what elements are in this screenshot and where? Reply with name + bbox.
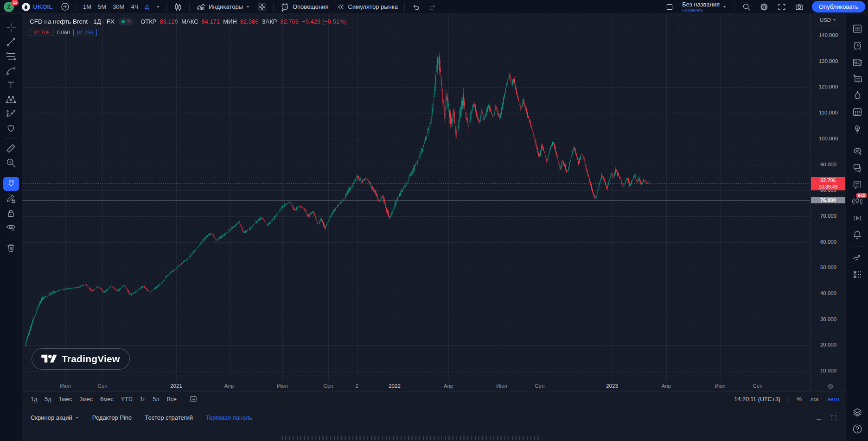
- gear-icon: [760, 2, 769, 12]
- currency-selector[interactable]: USD ▼: [811, 14, 846, 26]
- open-label: ОТКР: [140, 18, 156, 25]
- timeframe-4h[interactable]: 4Ч: [128, 1, 141, 13]
- range-3m[interactable]: 3мес: [76, 395, 96, 404]
- fullscreen-button[interactable]: [774, 1, 790, 13]
- price-axis-label: 130.000: [811, 58, 846, 64]
- axis-controls: 14:20:11 (UTC+3) % лог авто: [734, 395, 841, 403]
- symbol-button[interactable]: UKOIL: [19, 1, 56, 13]
- trading-arrows-icon[interactable]: [849, 249, 866, 266]
- brush-icon[interactable]: [3, 63, 19, 78]
- crosshair-icon[interactable]: [3, 20, 19, 35]
- timeframe-1d-active[interactable]: Д: [142, 1, 152, 13]
- redo-button[interactable]: [425, 1, 440, 13]
- replay-button[interactable]: Симулятор рынка: [333, 1, 401, 13]
- chart-style-button[interactable]: [170, 1, 186, 13]
- panel-minimize-icon[interactable]: [815, 414, 823, 422]
- divider: [5, 173, 17, 173]
- layout-templates-button[interactable]: [254, 1, 270, 13]
- time-axis[interactable]: ИюлСен2021АпрИюлСен22022АпрИюлСен2023Апр…: [22, 381, 846, 391]
- chat-icon[interactable]: [849, 160, 866, 176]
- tab-strategy-tester[interactable]: Тестер стратегий: [145, 414, 193, 421]
- timeframe-menu-button[interactable]: ▼: [153, 1, 163, 13]
- currency-label: USD: [820, 17, 831, 23]
- time-axis-label: Апр: [224, 383, 234, 389]
- bid-price-button[interactable]: 82.706: [30, 29, 53, 36]
- layout-name-button[interactable]: Без названия Сохранить ▼: [679, 1, 730, 13]
- tab-stock-screener[interactable]: Скринер акций ▼: [31, 414, 79, 421]
- indicators-button[interactable]: Индикаторы ▼: [193, 1, 253, 13]
- timeframe-1m[interactable]: 1M: [80, 1, 94, 13]
- watchlist-icon[interactable]: [849, 20, 866, 37]
- auto-scale-button[interactable]: авто: [825, 395, 841, 403]
- zoom-in-icon[interactable]: [3, 156, 19, 170]
- calendar-icon[interactable]: [849, 104, 866, 120]
- log-scale-button[interactable]: лог: [808, 395, 821, 403]
- notes-icon[interactable]: [849, 70, 866, 87]
- live-icon[interactable]: [849, 210, 866, 227]
- range-1d[interactable]: 1д: [27, 395, 41, 404]
- measure-ruler-icon[interactable]: [3, 141, 19, 156]
- trend-line-icon[interactable]: [3, 35, 19, 49]
- range-6m[interactable]: 6мес: [96, 395, 117, 404]
- approx-icon: ≈: [127, 19, 130, 24]
- save-link[interactable]: Сохранить: [682, 8, 703, 13]
- private-messages-icon[interactable]: [849, 176, 866, 193]
- undo-button[interactable]: [408, 1, 424, 13]
- streams-icon[interactable]: 642: [849, 193, 866, 210]
- xabcd-pattern-icon[interactable]: [3, 92, 19, 107]
- forecast-icon[interactable]: [3, 107, 19, 121]
- axis-settings-gear-icon[interactable]: [827, 383, 834, 391]
- range-5d[interactable]: 5д: [41, 395, 55, 404]
- symbol-description[interactable]: CFD на нефть Brent · 1Д · FX: [30, 18, 115, 25]
- object-tree-layers-icon[interactable]: [849, 404, 866, 421]
- drawing-mode-lock-icon[interactable]: [3, 192, 19, 206]
- chevron-down-icon: ▼: [156, 5, 160, 9]
- candlestick-chart[interactable]: [22, 14, 810, 381]
- divider: [183, 395, 183, 403]
- tab-trading-panel[interactable]: Торговая панель: [206, 414, 252, 421]
- hide-drawings-icon[interactable]: [3, 220, 19, 235]
- alerts-panel-icon[interactable]: [849, 37, 866, 54]
- divider: [77, 3, 77, 11]
- chart-pane[interactable]: CFD на нефть Brent · 1Д · FX ≈ ОТКР83.12…: [22, 14, 810, 381]
- publish-button[interactable]: Опубликовать: [812, 1, 865, 13]
- timeframe-5m[interactable]: 5M: [95, 1, 109, 13]
- quick-search-button[interactable]: [739, 1, 754, 13]
- news-icon[interactable]: [849, 54, 866, 70]
- remove-drawings-icon[interactable]: [3, 241, 19, 255]
- range-1m[interactable]: 1мес: [55, 395, 76, 404]
- divider: [787, 395, 788, 403]
- clock-utc[interactable]: 14:20:11 (UTC+3): [734, 396, 780, 403]
- snapshot-button[interactable]: [791, 1, 807, 13]
- help-icon[interactable]: [849, 421, 866, 437]
- range-1y[interactable]: 1г: [136, 395, 149, 404]
- timeframe-30m[interactable]: 30M: [110, 1, 127, 13]
- compare-add-button[interactable]: [57, 1, 73, 13]
- go-to-date-icon[interactable]: [185, 393, 201, 406]
- user-avatar[interactable]: Z 11: [3, 1, 17, 13]
- ask-price-button[interactable]: 82.766: [73, 29, 97, 36]
- percent-scale-button[interactable]: %: [795, 395, 804, 403]
- price-axis[interactable]: USD ▼ 140.000130.000120.000110.000100.00…: [810, 14, 846, 391]
- minds-icon[interactable]: [849, 143, 866, 160]
- panel-maximize-icon[interactable]: [830, 414, 837, 422]
- range-ytd[interactable]: YTD: [117, 395, 136, 404]
- hotlist-flame-icon[interactable]: [849, 87, 866, 104]
- range-5y[interactable]: 5л: [149, 395, 163, 404]
- redo-icon: [428, 2, 437, 12]
- ideas-lightbulb-icon[interactable]: [849, 120, 866, 137]
- text-icon[interactable]: [3, 78, 19, 92]
- lock-all-icon[interactable]: [3, 206, 19, 220]
- save-layout-checkbox[interactable]: [662, 1, 677, 13]
- emoji-heart-icon[interactable]: [3, 121, 19, 135]
- fib-retracement-icon[interactable]: [3, 49, 19, 63]
- alerts-button[interactable]: Оповещения: [277, 1, 332, 13]
- magnet-icon[interactable]: [3, 177, 19, 191]
- tab-pine-editor[interactable]: Редактор Pine: [92, 414, 132, 421]
- notifications-bell-icon[interactable]: [849, 227, 866, 243]
- settings-button[interactable]: [756, 1, 772, 13]
- market-status-pill[interactable]: ≈: [118, 18, 133, 25]
- dom-icon[interactable]: [849, 266, 866, 283]
- divider: [5, 238, 17, 238]
- range-all[interactable]: Все: [163, 395, 181, 404]
